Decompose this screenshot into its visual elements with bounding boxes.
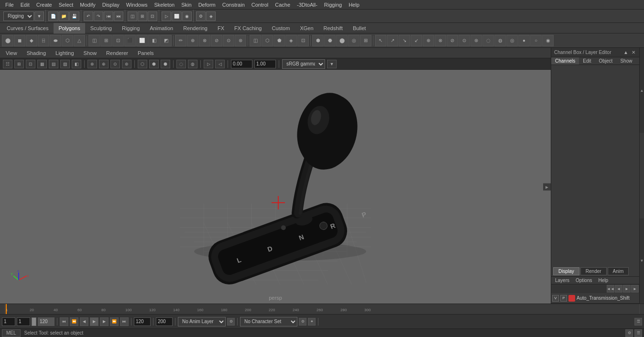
tab-animation[interactable]: Animation xyxy=(145,23,178,33)
new-scene-btn[interactable]: 📄 xyxy=(48,11,58,21)
panel-icon-9[interactable]: ⊕ xyxy=(99,60,109,68)
menu-skeleton[interactable]: Skeleton xyxy=(151,2,178,8)
panel-icon-13[interactable]: ⬢ xyxy=(149,60,159,68)
extra-btn3[interactable]: ↘ xyxy=(399,35,410,46)
menu-modify[interactable]: Modify xyxy=(76,2,98,8)
snap2-btn[interactable]: ⊞ xyxy=(138,11,147,21)
layers-menu-layers[interactable]: Layers xyxy=(552,277,572,283)
frame-end-input[interactable] xyxy=(38,317,55,326)
mesh-btn6[interactable]: ◧ xyxy=(148,35,160,46)
extra-btn15[interactable]: ◉ xyxy=(542,35,554,46)
menu-3dto[interactable]: -3DtoAll- xyxy=(294,2,321,8)
tab-rigging[interactable]: Rigging xyxy=(117,23,144,33)
rp-tab-object[interactable]: Object xyxy=(595,57,617,65)
current-frame-input[interactable] xyxy=(17,317,30,326)
panel-icon-12[interactable]: ⬡ xyxy=(138,60,147,68)
extra-btn4[interactable]: ↙ xyxy=(411,35,422,46)
deform-btn2[interactable]: ⬣ xyxy=(324,35,336,46)
menu-rigging[interactable]: Rigging xyxy=(321,2,345,8)
select-hexagon-btn[interactable]: ⬡ xyxy=(62,35,73,46)
mel-script-label[interactable]: MEL xyxy=(2,329,21,337)
layers-menu-help[interactable]: Help xyxy=(595,277,611,283)
snap3-btn[interactable]: ⊡ xyxy=(148,11,157,21)
render1-btn[interactable]: ▷ xyxy=(162,11,171,21)
panel-icon-11[interactable]: ⊛ xyxy=(122,60,131,68)
extra-btn12[interactable]: ◎ xyxy=(506,35,518,46)
timeline-ruler[interactable]: 1 20 40 60 80 100 120 140 160 180 200 22… xyxy=(5,304,639,314)
panel-icon-4[interactable]: ▦ xyxy=(37,60,47,68)
layers-scroll-left[interactable]: ◄ xyxy=(615,285,622,293)
uv-btn1[interactable]: ◫ xyxy=(250,35,261,46)
edit-btn2[interactable]: ⊕ xyxy=(187,35,198,46)
layers-scroll-right[interactable]: ► xyxy=(623,285,631,293)
mesh-btn5[interactable]: ⬜ xyxy=(136,35,148,46)
select-oval-btn[interactable]: ⬬ xyxy=(50,35,61,46)
view-tab-renderer[interactable]: Renderer xyxy=(102,50,132,56)
layers-scroll-right2[interactable]: ► xyxy=(631,285,639,293)
next-frame-btn[interactable]: ▶ xyxy=(100,317,109,326)
float-value2[interactable] xyxy=(254,60,276,68)
prev-frame-btn[interactable]: ◀ xyxy=(80,317,88,326)
range-end-start[interactable] xyxy=(134,317,151,326)
play-forward-btn[interactable]: ▶ xyxy=(90,317,98,326)
step-fwd-btn[interactable]: ⏭ xyxy=(114,11,123,21)
dra-tab-display[interactable]: Display xyxy=(553,267,579,275)
range-start-handle[interactable] xyxy=(32,317,36,326)
menu-constrain[interactable]: Constrain xyxy=(219,2,248,8)
panel-icon-6[interactable]: ▧ xyxy=(60,60,70,68)
dra-tab-anim[interactable]: Anim xyxy=(608,267,629,275)
menu-select[interactable]: Select xyxy=(55,2,77,8)
range-end-end[interactable] xyxy=(156,317,173,326)
preferences-btn[interactable]: ☰ xyxy=(634,318,642,326)
panel-icon-2[interactable]: ⊞ xyxy=(14,60,24,68)
undo-btn[interactable]: ↶ xyxy=(84,11,93,21)
tab-fx[interactable]: FX xyxy=(213,23,229,33)
view-tab-panels[interactable]: Panels xyxy=(134,50,158,56)
view-tab-view[interactable]: View xyxy=(2,50,21,56)
redo-btn[interactable]: ↷ xyxy=(94,11,103,21)
tab-custom[interactable]: Custom xyxy=(267,23,295,33)
edit-btn4[interactable]: ⊘ xyxy=(211,35,222,46)
save-scene-btn[interactable]: 💾 xyxy=(69,11,79,21)
select-arrow-btn[interactable]: △ xyxy=(74,35,85,46)
char-set-extra-btn[interactable]: ✦ xyxy=(308,318,316,326)
menu-skin[interactable]: Skin xyxy=(178,2,195,8)
deform-btn4[interactable]: ◎ xyxy=(348,35,360,46)
xtra1-btn[interactable]: ⚙ xyxy=(196,11,206,21)
menu-display[interactable]: Display xyxy=(99,2,123,8)
snap1-btn[interactable]: ◫ xyxy=(128,11,137,21)
char-set-select[interactable]: No Character Set xyxy=(240,317,297,326)
edit-btn5[interactable]: ⊙ xyxy=(223,35,234,46)
panel-icon-16[interactable]: ◍ xyxy=(188,60,197,68)
layer-vis-btn[interactable]: V xyxy=(552,295,559,302)
edit-btn3[interactable]: ⊗ xyxy=(199,35,210,46)
view-tab-shading[interactable]: Shading xyxy=(23,50,50,56)
extra-btn14[interactable]: ○ xyxy=(530,35,542,46)
extra-btn11[interactable]: ◍ xyxy=(494,35,506,46)
panel-icon-1[interactable]: ☷ xyxy=(3,60,12,68)
dra-tab-render[interactable]: Render xyxy=(580,267,607,275)
layers-scroll-left2[interactable]: ◄◄ xyxy=(607,285,614,293)
select-diamond-btn[interactable]: ◆ xyxy=(26,35,37,46)
layer-playback-btn[interactable]: P xyxy=(560,295,567,302)
tab-polygons[interactable]: Polygons xyxy=(54,23,85,33)
step-back-frame-btn[interactable]: ⏪ xyxy=(70,317,78,326)
mode-dropdown[interactable]: Rigging xyxy=(3,11,34,21)
status-icon-1[interactable]: ⚙ xyxy=(625,329,633,337)
view-tab-show[interactable]: Show xyxy=(80,50,101,56)
rp-tab-channels[interactable]: Channels xyxy=(551,57,579,65)
panel-expand-btn[interactable]: ▲ xyxy=(622,50,629,55)
tab-redshift[interactable]: Redshift xyxy=(319,23,348,33)
viewport-scroll-right[interactable]: ► xyxy=(543,183,551,190)
select-sphere-btn[interactable]: ⬤ xyxy=(2,35,13,46)
anim-layer-select[interactable]: No Anim Layer xyxy=(178,317,226,326)
menu-control[interactable]: Control xyxy=(248,2,272,8)
colorspace-dropdown-btn[interactable]: ▼ xyxy=(327,60,337,68)
tab-bullet[interactable]: Bullet xyxy=(348,23,371,33)
menu-file[interactable]: File xyxy=(2,2,17,8)
panel-icon-7[interactable]: ◧ xyxy=(72,60,81,68)
deform-btn5[interactable]: ⊞ xyxy=(360,35,371,46)
panel-icon-18[interactable]: ◁ xyxy=(215,60,225,68)
scroll-down-btn[interactable]: ▼ xyxy=(640,218,644,304)
colorspace-select[interactable]: sRGB gamma xyxy=(282,59,325,69)
